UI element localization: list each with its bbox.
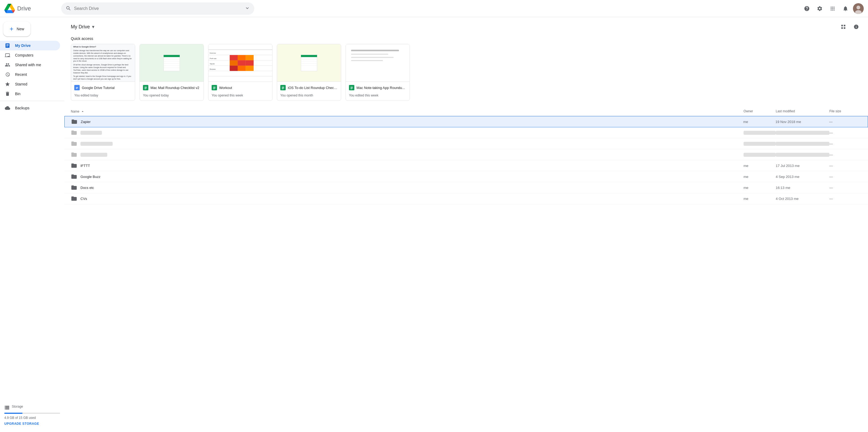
modified-zapier: 19 Nov 2018 me: [775, 120, 829, 124]
sheet-preview-4: [298, 52, 320, 74]
sidebar-item-my-drive-label: My Drive: [15, 43, 31, 48]
quick-card-workout[interactable]: Exercise Push-ups Squats Burpees Workout…: [208, 44, 273, 101]
svg-rect-20: [238, 55, 246, 60]
storage-icon: [4, 405, 10, 410]
card-sub-2: You opened today: [140, 94, 204, 100]
file-name-ifttt: IFTTT: [81, 164, 90, 168]
card-thumb-2: [140, 44, 204, 82]
card-name-4: iOS To-do List Roundup Check...: [288, 86, 338, 90]
storage-section: Storage 4.9 GB of 15 GB used UPGRADE STO…: [0, 400, 64, 430]
sidebar-item-backups[interactable]: Backups: [0, 103, 60, 113]
computers-icon: [4, 53, 11, 58]
svg-rect-3: [74, 85, 80, 90]
quick-access-grid: What is Google Drive? Online storage has…: [64, 44, 868, 107]
sidebar-item-computers[interactable]: Computers: [0, 51, 60, 60]
content-area: My Drive ▾ Quick access What is Google D…: [64, 17, 868, 432]
card-thumb-5: [346, 44, 410, 82]
avatar[interactable]: [853, 3, 864, 14]
drive-logo-icon: [4, 4, 15, 13]
svg-rect-42: [351, 54, 389, 55]
search-dropdown-icon[interactable]: [245, 5, 250, 11]
help-button[interactable]: [802, 3, 812, 14]
search-bar[interactable]: [61, 2, 254, 15]
sidebar-item-shared-label: Shared with me: [15, 63, 41, 67]
sidebar-item-starred[interactable]: Starred: [0, 79, 60, 89]
header-name[interactable]: Name: [71, 109, 744, 113]
storage-bar-fill: [4, 413, 23, 414]
owner-ifttt: me: [744, 164, 776, 168]
sidebar-item-recent[interactable]: Recent: [0, 70, 60, 79]
sidebar-item-bin-label: Bin: [15, 92, 20, 96]
table-row-blurred-3: Another Folder me date time me —: [64, 149, 868, 160]
svg-rect-4: [164, 55, 180, 71]
card-sub-3: You opened this week: [209, 94, 272, 100]
card-info-1: Google Drive Tutorial: [71, 82, 135, 94]
svg-text:Push-ups: Push-ups: [210, 58, 216, 59]
table-row-docs-etc[interactable]: Docs etc me 16:13 me —: [64, 182, 868, 193]
owner-docs-etc: me: [744, 186, 776, 190]
recent-icon: [4, 72, 11, 77]
card-thumb-1: What is Google Drive? Online storage has…: [71, 44, 135, 82]
folder-icon-cvs: [71, 195, 77, 202]
folder-icon-ifttt: [71, 162, 77, 169]
header-size: File size: [829, 109, 862, 113]
file-name-zapier: Zapier: [81, 120, 91, 124]
logo-area: Drive: [4, 4, 58, 13]
folder-icon-docs: [71, 185, 77, 191]
table-row-google-buzz[interactable]: Google Buzz me 4 Sep 2013 me —: [64, 171, 868, 182]
table-row-blurred-2: Longer Folder Name me some date me —: [64, 138, 868, 149]
modified-cvs: 4 Oct 2013 me: [776, 197, 829, 201]
drive-title[interactable]: My Drive ▾: [71, 24, 94, 30]
topbar-right: [802, 3, 864, 14]
info-button[interactable]: [851, 22, 862, 32]
new-button[interactable]: + New: [3, 22, 31, 36]
drive-title-chevron-icon: ▾: [92, 24, 94, 30]
folder-icon: [71, 119, 78, 125]
quick-card-google-drive-tutorial[interactable]: What is Google Drive? Online storage has…: [71, 44, 135, 101]
owner-buzz: me: [744, 175, 776, 179]
sidebar-item-shared[interactable]: Shared with me: [0, 60, 60, 70]
grid-view-button[interactable]: [838, 22, 849, 32]
apps-button[interactable]: [827, 3, 838, 14]
table-row-ifttt[interactable]: IFTTT me 17 Jul 2013 me —: [64, 160, 868, 171]
card-info-4: iOS To-do List Roundup Check...: [277, 82, 341, 94]
quick-card-ios-todo[interactable]: iOS To-do List Roundup Check... You open…: [277, 44, 341, 101]
svg-point-1: [857, 6, 860, 9]
settings-button[interactable]: [814, 3, 825, 14]
table-row-cvs[interactable]: CVs me 4 Oct 2013 me —: [64, 193, 868, 204]
size-zapier: —: [829, 120, 861, 124]
svg-rect-25: [238, 65, 246, 71]
sidebar-item-bin[interactable]: Bin: [0, 89, 60, 99]
header-owner: Owner: [744, 109, 776, 113]
sheet-green-icon-3: [212, 85, 217, 90]
size-ifttt: —: [829, 164, 862, 168]
search-input[interactable]: [74, 6, 241, 11]
table-row-zapier[interactable]: Zapier me 19 Nov 2018 me —: [64, 116, 868, 127]
file-name-docs-etc: Docs etc: [81, 186, 94, 190]
quick-card-mac-mail[interactable]: Mac Mail Roundup Checklist v2 You opened…: [140, 44, 204, 101]
sidebar-item-my-drive[interactable]: My Drive: [0, 41, 60, 51]
svg-rect-23: [246, 55, 254, 60]
sheet-green-icon-4: [280, 85, 286, 90]
notifications-button[interactable]: [840, 3, 851, 14]
backups-icon: [4, 105, 11, 111]
card-name-5: Mac Note-taking App Roundu...: [356, 86, 406, 90]
card-sub-4: You opened this month: [277, 94, 341, 100]
doc-blue-icon: [74, 85, 80, 90]
file-name-cvs: CVs: [81, 197, 87, 201]
svg-rect-34: [301, 55, 317, 57]
upgrade-storage-button[interactable]: UPGRADE STORAGE: [4, 422, 60, 426]
table-row-blurred-1: Folder Name me date modified —: [64, 127, 868, 138]
shared-icon: [4, 62, 11, 68]
size-cvs: —: [829, 197, 862, 201]
card-thumb-4: [277, 44, 341, 82]
svg-rect-19: [229, 55, 238, 60]
table-header: Name Owner Last modified File size: [64, 107, 868, 116]
sidebar-item-backups-label: Backups: [15, 106, 30, 110]
plus-icon: +: [10, 26, 13, 32]
card-name-1: Google Drive Tutorial: [82, 86, 132, 90]
app-title: Drive: [17, 5, 31, 12]
quick-card-mac-notes[interactable]: Mac Note-taking App Roundu... You edited…: [345, 44, 410, 101]
sidebar-item-starred-label: Starred: [15, 82, 27, 86]
sidebar-item-recent-label: Recent: [15, 72, 27, 77]
